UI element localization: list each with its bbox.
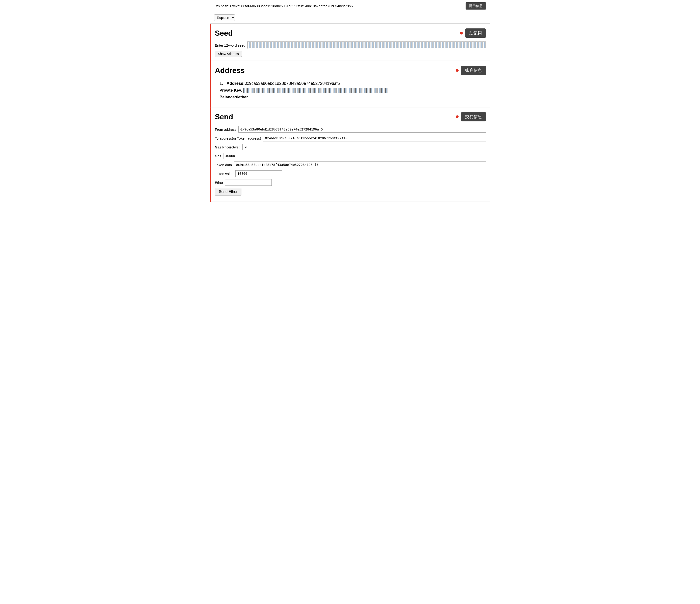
ether-row: Ether <box>215 179 486 186</box>
send-section-header: Send 交易信息 <box>215 112 486 121</box>
address-section: Address 账户信息 1. Address:0x9ca53a80ebd1d2… <box>210 61 490 107</box>
network-select[interactable]: Ropsten Mainnet Kovan Rinkeby <box>214 15 235 21</box>
ether-input[interactable] <box>225 179 272 186</box>
send-badge-area: 交易信息 <box>456 112 486 121</box>
send-title: Send <box>215 112 233 121</box>
from-address-row: From address <box>215 126 486 133</box>
seed-red-dot <box>460 32 463 34</box>
address-badge-area: 账户信息 <box>456 66 486 75</box>
to-address-input[interactable] <box>263 135 486 142</box>
gas-price-row: Gas Price(Gwei) <box>215 144 486 150</box>
seed-section: Seed 助记词 Enter 12-word seed Show Address <box>210 24 490 61</box>
txn-bar: Txn hash: 0xc2c906fd6606388cda1918a0c590… <box>210 0 490 12</box>
token-value-input[interactable] <box>235 170 282 177</box>
gas-price-input[interactable] <box>242 144 486 150</box>
token-data-input[interactable] <box>234 161 486 168</box>
gas-price-label: Gas Price(Gwei) <box>215 145 241 149</box>
seed-badge-area: 助记词 <box>460 28 486 38</box>
send-ether-button[interactable]: Send Ether <box>215 188 242 196</box>
private-key-line: Private Key. <box>220 88 486 93</box>
send-red-dot <box>456 115 458 118</box>
send-button-row: Send Ether <box>215 188 486 196</box>
txn-tooltip-badge: 提示信息 <box>466 2 486 9</box>
address-list: 1. Address:0x9ca53a80ebd1d28b78f43a50e74… <box>215 79 486 100</box>
address-badge: 账户信息 <box>461 66 486 75</box>
seed-title: Seed <box>215 29 232 37</box>
from-address-label: From address <box>215 127 236 131</box>
pk-label: Private Key. <box>220 88 242 93</box>
gas-label: Gas <box>215 154 221 158</box>
txn-hash: Txn hash: 0xc2c906fd6606388cda1918a0c590… <box>214 4 463 8</box>
token-value-label: Token value <box>215 172 233 176</box>
token-value-row: Token value <box>215 170 486 177</box>
show-address-button[interactable]: Show Address <box>215 51 242 57</box>
seed-input-visual[interactable] <box>247 42 486 49</box>
address-section-header: Address 账户信息 <box>215 66 486 75</box>
token-data-row: Token data <box>215 161 486 168</box>
send-badge: 交易信息 <box>461 112 486 121</box>
send-form: From address To address(or Token address… <box>215 125 486 196</box>
table-row: 1. Address:0x9ca53a80ebd1d28b78f43a50e74… <box>220 81 486 100</box>
seed-input-row: Enter 12-word seed <box>215 42 486 49</box>
seed-blurred-content <box>248 42 486 48</box>
seed-badge: 助记词 <box>465 28 486 38</box>
gas-input[interactable] <box>223 153 486 159</box>
balance-line: Balance:0ether <box>220 95 486 100</box>
from-address-input[interactable] <box>239 126 486 133</box>
address-field-value: 0x9ca53a80ebd1d28b78f43a50e74e527284196a… <box>245 81 340 86</box>
address-red-dot <box>456 69 458 72</box>
seed-section-header: Seed 助记词 <box>215 28 486 38</box>
token-data-label: Token data <box>215 163 232 167</box>
balance-value: 0ether <box>236 95 248 99</box>
address-field-label: Address: <box>226 81 245 86</box>
address-line: 1. Address:0x9ca53a80ebd1d28b78f43a50e74… <box>220 81 486 86</box>
address-title: Address <box>215 66 245 75</box>
address-index: 1. <box>220 81 223 86</box>
to-address-row: To address(or Token address) <box>215 135 486 142</box>
seed-input-label: Enter 12-word seed <box>215 43 245 47</box>
to-address-label: To address(or Token address) <box>215 136 261 140</box>
pk-blurred-content <box>243 88 388 93</box>
ether-label: Ether <box>215 181 223 184</box>
gas-row: Gas <box>215 153 486 159</box>
balance-label: Balance: <box>220 95 236 99</box>
send-section: Send 交易信息 From address To address(or Tok… <box>210 107 490 202</box>
network-bar: Ropsten Mainnet Kovan Rinkeby <box>210 12 490 24</box>
